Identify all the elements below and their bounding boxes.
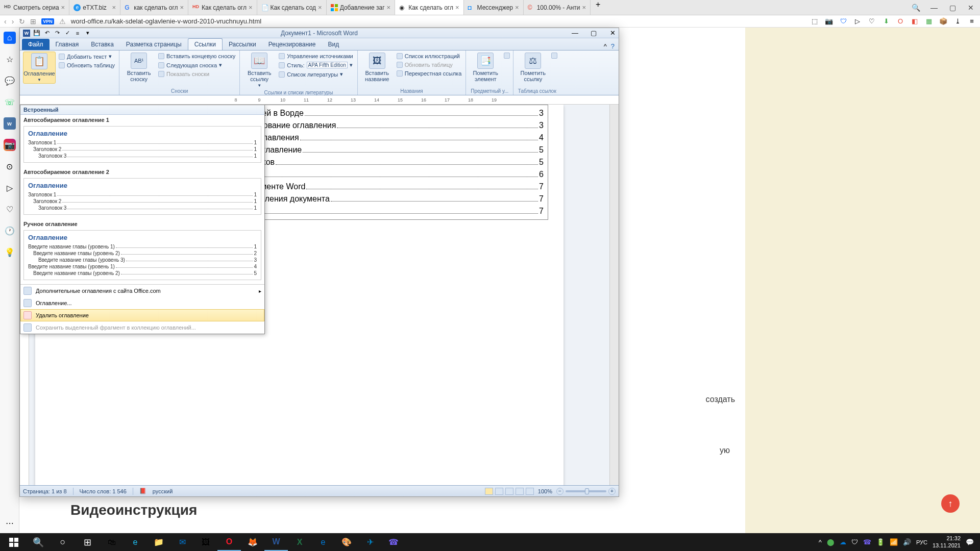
minimize-icon[interactable]: —: [572, 29, 578, 37]
wifi-icon[interactable]: 📶: [890, 538, 898, 546]
custom-toc-button[interactable]: Оглавление...: [20, 297, 264, 309]
gallery-preview-auto2[interactable]: Оглавление Заголовок 11 Заголовок 21 Заг…: [23, 178, 261, 215]
star-icon[interactable]: ☆: [4, 53, 16, 65]
more-toc-office-button[interactable]: Дополнительные оглавления с сайта Office…: [20, 285, 264, 297]
search-icon[interactable]: 🔍: [912, 4, 920, 12]
close-icon[interactable]: ✕: [967, 4, 975, 12]
insert-citation-button[interactable]: 📖Вставить ссылку▼: [243, 52, 276, 89]
snapshot-icon[interactable]: ⬚: [811, 17, 819, 26]
crossref-button[interactable]: Перекрестная ссылка: [396, 70, 463, 77]
telegram-app[interactable]: ✈: [358, 533, 382, 551]
firefox-app[interactable]: 🦊: [241, 533, 264, 551]
history-icon[interactable]: 🕐: [4, 224, 16, 237]
url-text[interactable]: word-office.ru/kak-sdelat-oglavlenie-v-w…: [71, 17, 261, 25]
workspaces-icon[interactable]: ▷: [4, 182, 16, 194]
notifications-icon[interactable]: 💬: [966, 538, 974, 546]
speed-dial-icon[interactable]: ⊞: [30, 17, 36, 26]
zoom-thumb[interactable]: [585, 488, 589, 494]
tab-references[interactable]: Ссылки: [188, 38, 223, 50]
forward-icon[interactable]: ›: [12, 17, 14, 26]
vpn-badge[interactable]: VPN: [41, 18, 54, 24]
insert-caption-button[interactable]: 🖼Вставить название: [361, 52, 394, 83]
heart-icon[interactable]: ♡: [868, 17, 876, 26]
onedrive-icon[interactable]: ☁: [840, 538, 846, 546]
horizontal-ruler[interactable]: 8 9 10 11 12 13 14 15 16 17 18 19: [20, 95, 619, 105]
help-icon[interactable]: ?: [611, 42, 615, 50]
camera-icon[interactable]: 📷: [825, 17, 833, 26]
figures-list-button[interactable]: Список иллюстраций: [396, 53, 463, 60]
close-icon[interactable]: ×: [61, 4, 65, 11]
vk-icon[interactable]: w: [4, 117, 16, 130]
update-table2-button[interactable]: Обновить таблицу: [396, 61, 463, 68]
draft-view[interactable]: [526, 488, 534, 495]
instagram-icon[interactable]: 📷: [4, 139, 16, 151]
search-button[interactable]: 🔍: [27, 533, 50, 551]
gallery-item-auto1[interactable]: Автособираемое оглавление 1: [20, 115, 264, 125]
download-icon[interactable]: ⬇: [882, 17, 890, 26]
manage-sources-button[interactable]: Управление источниками: [278, 53, 354, 60]
note-icon[interactable]: ▦: [925, 17, 933, 26]
show-footnotes-button[interactable]: Показать сноски: [157, 70, 236, 78]
zoom-out-button[interactable]: −: [556, 488, 564, 495]
page-indicator[interactable]: Страница: 1 из 8: [23, 488, 67, 494]
mark-citation-button[interactable]: ⚖Пометить ссылку: [517, 52, 549, 83]
remove-toc-button[interactable]: Удалить оглавление: [20, 309, 264, 321]
zoom-slider[interactable]: [566, 490, 606, 492]
print-layout-view[interactable]: [485, 488, 493, 495]
tab-anti[interactable]: ©100.00% - Анти×: [524, 0, 591, 15]
new-tab-button[interactable]: +: [591, 0, 605, 15]
close-icon[interactable]: ×: [387, 4, 391, 11]
maximize-icon[interactable]: ▢: [948, 4, 957, 12]
gallery-item-manual[interactable]: Ручное оглавление: [20, 219, 264, 229]
mark-entry-button[interactable]: 📑Пометить элемент: [469, 52, 502, 83]
paint-app[interactable]: 🎨: [335, 533, 358, 551]
gallery-preview-manual[interactable]: Оглавление Введите название главы (урове…: [23, 230, 261, 280]
qat-dropdown-icon[interactable]: ▾: [84, 30, 91, 37]
next-footnote-button[interactable]: Следующая сноска ▾: [157, 61, 236, 69]
shield-icon[interactable]: 🛡: [839, 17, 847, 26]
cortana-button[interactable]: ○: [51, 533, 75, 551]
redo-icon[interactable]: ↷: [54, 30, 61, 37]
insert-footnote-button[interactable]: AB¹Вставить сноску: [122, 52, 155, 83]
tab-mailings[interactable]: Рассылки: [223, 39, 262, 50]
toc-button[interactable]: 📋 Оглавление ▼: [23, 52, 56, 84]
tab-file[interactable]: Файл: [22, 39, 50, 50]
zoom-in-button[interactable]: +: [608, 488, 616, 495]
word-count[interactable]: Число слов: 1 546: [80, 488, 127, 494]
tab-etxt[interactable]: eeTXT.biz×: [69, 0, 120, 15]
web-view[interactable]: [505, 488, 513, 495]
tab-google-search[interactable]: Gкак сделать огл×: [120, 0, 188, 15]
viber-tray-icon[interactable]: ☎: [863, 538, 871, 546]
word-app[interactable]: W: [264, 533, 288, 551]
gallery-item-auto2[interactable]: Автособираемое оглавление 2: [20, 167, 264, 177]
mail-app[interactable]: ✉: [170, 533, 194, 551]
defender-icon[interactable]: 🛡: [851, 538, 858, 546]
start-button[interactable]: [2, 533, 26, 551]
cube-icon[interactable]: ◧: [911, 17, 919, 26]
heart-icon[interactable]: ♡: [4, 203, 16, 215]
box-icon[interactable]: 📦: [939, 17, 947, 26]
full-screen-view[interactable]: [495, 488, 503, 495]
whatsapp-icon[interactable]: ☏: [4, 96, 16, 108]
battery-icon[interactable]: 🔋: [876, 538, 885, 546]
tray-icon[interactable]: ⬤: [827, 538, 835, 546]
tab-layout[interactable]: Разметка страницы: [120, 39, 188, 50]
tab-current[interactable]: ◉Как сделать огл×: [395, 0, 463, 15]
home-icon[interactable]: ⌂: [4, 32, 16, 44]
edge-app[interactable]: e: [311, 533, 335, 551]
insert-endnote-button[interactable]: Вставить концевую сноску: [157, 53, 236, 60]
scroll-top-button[interactable]: ↑: [941, 494, 960, 513]
undo-icon[interactable]: ↶: [43, 30, 51, 37]
tab-home[interactable]: Главная: [50, 39, 85, 50]
tray-up-icon[interactable]: ^: [819, 538, 822, 546]
more-icon[interactable]: ⋯: [4, 517, 16, 529]
collapse-ribbon-icon[interactable]: ^: [604, 42, 607, 50]
opera-icon[interactable]: O: [896, 17, 904, 26]
volume-icon[interactable]: 🔊: [903, 538, 911, 546]
outline-view[interactable]: [516, 488, 524, 495]
back-icon[interactable]: ‹: [4, 17, 7, 26]
ie-app[interactable]: e: [124, 533, 147, 551]
downloads-icon[interactable]: ⤓: [953, 17, 962, 26]
store-app[interactable]: 🛍: [100, 533, 124, 551]
clock[interactable]: 21:32 13.11.2021: [933, 535, 961, 548]
